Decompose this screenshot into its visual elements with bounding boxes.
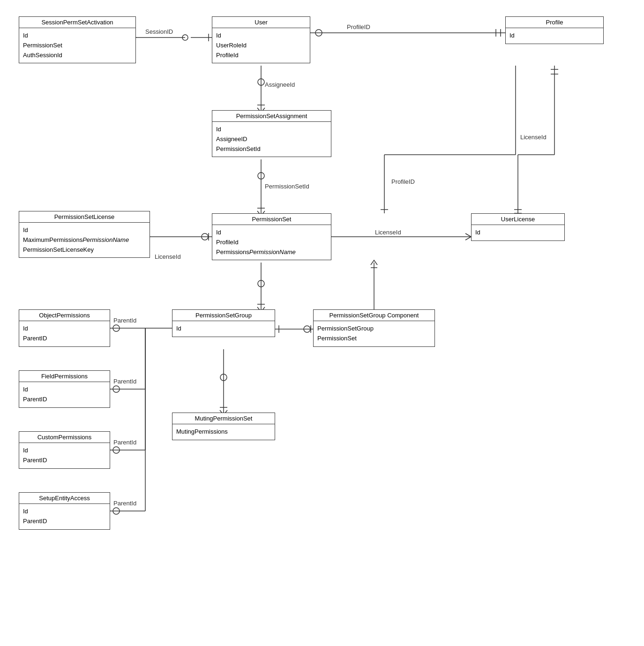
label-parent-id-custom: ParentId: [113, 439, 136, 446]
entity-body: MutingPermissions: [172, 424, 275, 440]
field-profile-id: ProfileId: [216, 51, 306, 60]
entity-title: FieldPermissions: [41, 373, 88, 380]
entity-title: SessionPermSetActivation: [41, 19, 113, 26]
field-muting-permissions: MutingPermissions: [176, 427, 271, 437]
entity-title: PermissionSetGroup: [195, 312, 252, 319]
erd-diagram: SessionPermSetActivation Id PermissionSe…: [0, 0, 644, 646]
svg-point-15: [258, 173, 264, 179]
entity-header: PermissionSetAssignment: [212, 111, 331, 122]
entity-body: Id ProfileId PermissionsPermissionName: [212, 225, 331, 260]
label-session-id: SessionID: [145, 28, 173, 35]
entity-profile: Profile Id: [505, 16, 604, 44]
field-id: Id: [216, 125, 327, 135]
entity-body: Id AssigneeID PermissionSetId: [212, 122, 331, 157]
entity-title: PermissionSet: [252, 216, 292, 223]
svg-point-53: [113, 447, 120, 453]
label-parent-id-obj: ParentId: [113, 317, 136, 324]
entity-header: PermissionSet: [212, 214, 331, 225]
entity-header: User: [212, 17, 310, 28]
field-ps: PermissionSet: [317, 334, 431, 344]
svg-point-11: [258, 79, 264, 85]
entity-object-permissions: ObjectPermissions Id ParentID: [19, 309, 110, 347]
field-id: Id: [216, 228, 327, 238]
field-user-role-id: UserRoleId: [216, 41, 306, 51]
field-psl-key: PermissionSetLicenseKey: [23, 245, 146, 255]
entity-header: PermissionSetLicense: [19, 211, 150, 223]
field-id: Id: [23, 225, 146, 235]
entity-permission-set-assignment: PermissionSetAssignment Id AssigneeID Pe…: [212, 110, 331, 157]
entity-custom-permissions: CustomPermissions Id ParentID: [19, 431, 110, 469]
field-parent-id: ParentID: [23, 395, 106, 405]
entity-header: FieldPermissions: [19, 371, 110, 382]
field-profile-id: ProfileId: [216, 238, 327, 248]
entity-header: ObjectPermissions: [19, 310, 110, 321]
svg-point-44: [220, 374, 227, 381]
entity-permission-set-group-component: PermissionSetGroup Component PermissionS…: [313, 309, 435, 347]
field-assignee-id: AssigneeID: [216, 135, 327, 144]
svg-point-3: [182, 35, 188, 40]
entity-body: Id: [506, 28, 603, 44]
label-license-id-ps: LicenseId: [375, 229, 401, 236]
field-id: Id: [23, 385, 106, 395]
svg-point-35: [258, 280, 264, 287]
entity-user-license: UserLicense Id: [471, 213, 565, 241]
field-parent-id: ParentID: [23, 456, 106, 466]
entity-permission-set: PermissionSet Id ProfileId PermissionsPe…: [212, 213, 331, 260]
entity-title: User: [255, 19, 267, 26]
entity-title: PermissionSetLicense: [54, 213, 115, 220]
field-permissions: PermissionsPermissionName: [216, 248, 327, 257]
field-parent-id: ParentID: [23, 334, 106, 344]
label-parent-id-field: ParentId: [113, 378, 136, 385]
entity-header: SetupEntityAccess: [19, 493, 110, 504]
entity-header: CustomPermissions: [19, 432, 110, 443]
entity-title: CustomPermissions: [37, 434, 92, 441]
entity-title: PermissionSetGroup Component: [329, 312, 419, 319]
entity-body: Id ParentID: [19, 443, 110, 468]
label-license-id-profile: LicenseId: [520, 134, 547, 141]
entity-title: Profile: [546, 19, 563, 26]
entity-body: Id UserRoleId ProfileId: [212, 28, 310, 63]
field-parent-id: ParentID: [23, 517, 106, 526]
entity-permission-set-license: PermissionSetLicense Id MaximumPermissio…: [19, 211, 150, 258]
field-auth-session-id: AuthSessionId: [23, 51, 132, 60]
entity-body: Id MaximumPermissionsPermissionName Perm…: [19, 223, 150, 257]
field-id: Id: [509, 31, 599, 41]
entity-title: UserLicense: [501, 216, 535, 223]
field-id: Id: [176, 324, 271, 334]
entity-session-perm-set-activation: SessionPermSetActivation Id PermissionSe…: [19, 16, 136, 63]
field-id: Id: [23, 446, 106, 456]
entity-body: Id ParentID: [19, 504, 110, 529]
field-id: Id: [23, 31, 132, 41]
field-permission-set-id: PermissionSetId: [216, 144, 327, 154]
svg-point-47: [113, 325, 120, 331]
svg-point-50: [113, 386, 120, 392]
label-permission-set-id: PermissionSetId: [265, 183, 309, 190]
entity-header: PermissionSetGroup: [172, 310, 275, 321]
field-permission-set: PermissionSet: [23, 41, 132, 51]
entity-permission-set-group: PermissionSetGroup Id: [172, 309, 275, 337]
entity-title: SetupEntityAccess: [39, 495, 90, 502]
label-license-id-psl: LicenseId: [155, 253, 181, 260]
label-assignee-id: AssigneeId: [265, 81, 295, 88]
label-parent-id-setup: ParentId: [113, 500, 136, 507]
label-profile-id-user: ProfileID: [347, 23, 370, 30]
field-id: Id: [475, 228, 561, 238]
label-profile-id-ps: ProfileID: [391, 178, 415, 185]
entity-body: Id PermissionSet AuthSessionId: [19, 28, 135, 63]
entity-header: MutingPermissionSet: [172, 413, 275, 424]
entity-title: ObjectPermissions: [39, 312, 90, 319]
entity-body: Id ParentID: [19, 321, 110, 346]
entity-header: SessionPermSetActivation: [19, 17, 135, 28]
svg-point-39: [304, 326, 310, 332]
entity-muting-permission-set: MutingPermissionSet MutingPermissions: [172, 413, 275, 440]
field-psg: PermissionSetGroup: [317, 324, 431, 334]
svg-point-56: [113, 508, 120, 514]
entity-body: Id: [172, 321, 275, 337]
field-id: Id: [216, 31, 306, 41]
field-id: Id: [23, 507, 106, 517]
entity-body: Id: [472, 225, 564, 240]
entity-field-permissions: FieldPermissions Id ParentID: [19, 370, 110, 408]
entity-header: PermissionSetGroup Component: [314, 310, 434, 321]
entity-title: PermissionSetAssignment: [236, 113, 307, 120]
svg-point-18: [202, 233, 208, 240]
